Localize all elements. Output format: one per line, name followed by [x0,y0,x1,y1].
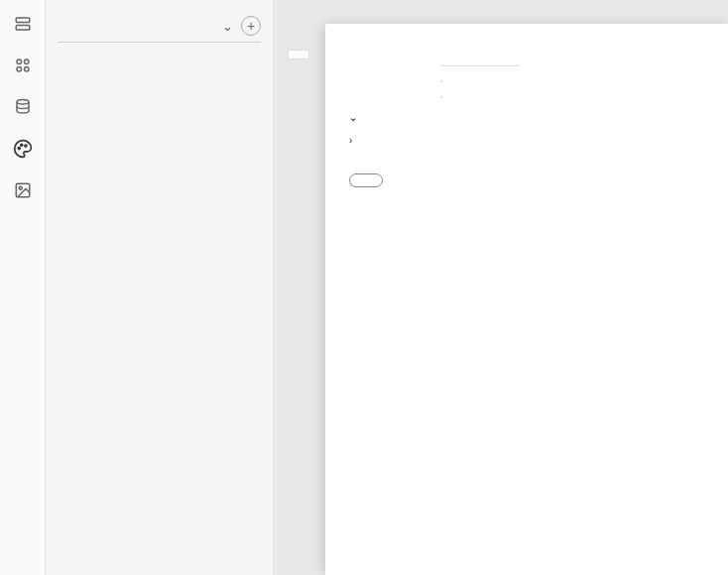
svg-point-4 [17,67,22,72]
canvas-background: ⌄ › [274,0,728,575]
palette-icon[interactable] [11,137,35,161]
add-theme-button[interactable]: + [241,16,261,36]
svg-point-5 [24,67,29,72]
svg-point-9 [24,145,26,147]
grid-icon[interactable] [11,54,35,77]
svg-point-8 [20,144,22,146]
mode-segmented [440,96,442,98]
image-icon[interactable] [11,178,35,202]
themes-sidebar: ⌄ + [46,0,274,575]
svg-rect-1 [16,26,30,31]
chevron-down-icon: ⌄ [349,112,358,123]
svg-rect-0 [16,18,30,23]
chevron-right-icon: › [349,135,353,146]
windows-icon[interactable] [11,12,35,36]
base-theme-segmented [440,80,442,82]
reset-theme-button[interactable] [349,173,383,187]
colors-section-toggle[interactable]: ⌄ [349,112,704,123]
svg-point-3 [24,59,29,64]
bg-tab [288,50,309,59]
iconbar [0,0,46,575]
name-input[interactable] [440,63,520,66]
database-icon[interactable] [11,95,35,119]
svg-point-2 [17,59,22,64]
typography-section-toggle[interactable]: › [349,135,704,146]
create-theme-panel: ⌄ › [325,24,728,575]
svg-point-6 [17,100,29,105]
chevron-down-icon: ⌄ [222,19,233,34]
themes-dropdown[interactable]: ⌄ [58,19,233,34]
svg-point-11 [19,186,22,189]
svg-point-7 [18,148,20,150]
